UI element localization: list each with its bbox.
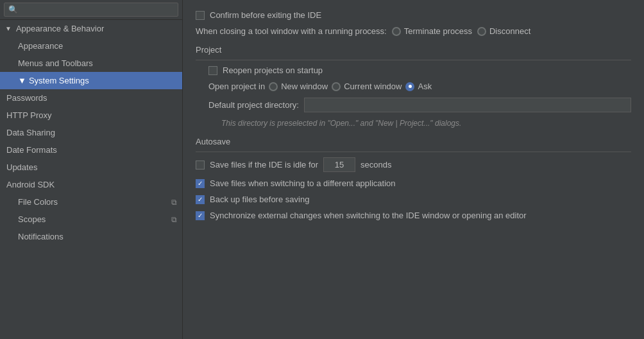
sidebar-item-file-colors[interactable]: File Colors ⧉ <box>0 193 182 211</box>
disconnect-radio[interactable] <box>477 27 486 36</box>
reopen-projects-checkbox[interactable] <box>208 66 217 75</box>
autosave-divider <box>196 152 631 152</box>
seconds-label: seconds <box>360 160 391 170</box>
terminate-process-label: Terminate process <box>404 26 472 36</box>
project-section-title: Project <box>196 45 631 55</box>
sidebar-label-appearance: Appearance <box>18 41 63 51</box>
default-directory-input[interactable] <box>304 98 631 112</box>
sidebar-item-android-sdk[interactable]: Android SDK <box>0 176 182 193</box>
backup-files-checkbox[interactable] <box>196 195 205 204</box>
save-idle-checkbox[interactable] <box>196 161 205 170</box>
sidebar-item-date-formats[interactable]: Date Formats <box>0 141 182 159</box>
ask-label: Ask <box>418 82 432 91</box>
ask-option[interactable]: Ask <box>405 82 432 91</box>
sidebar-label-menus-toolbars: Menus and Toolbars <box>18 58 93 68</box>
new-window-radio[interactable] <box>269 82 278 91</box>
expand-arrow-icon-system: ▼ <box>18 76 26 85</box>
search-input[interactable] <box>4 3 178 17</box>
sidebar-label-android-sdk: Android SDK <box>6 180 55 189</box>
copy-icon-scopes: ⧉ <box>171 215 177 224</box>
sidebar-label-scopes: Scopes <box>18 214 46 224</box>
terminate-process-radio[interactable] <box>392 27 401 36</box>
sidebar-item-passwords[interactable]: Passwords <box>0 89 182 107</box>
sidebar-item-data-sharing[interactable]: Data Sharing <box>0 124 182 141</box>
sidebar-item-appearance-behavior[interactable]: ▼ Appearance & Behavior <box>0 20 182 37</box>
main-content: Confirm before exiting the IDE When clos… <box>183 0 644 339</box>
sidebar-label-passwords: Passwords <box>6 93 47 103</box>
save-switching-checkbox[interactable] <box>196 179 205 188</box>
save-switching-row: Save files when switching to a different… <box>196 178 631 188</box>
synchronize-row: Synchronize external changes when switch… <box>196 211 631 220</box>
sidebar-item-menus-toolbars[interactable]: Menus and Toolbars <box>0 55 182 72</box>
open-project-row: Open project in New window Current windo… <box>208 82 631 91</box>
disconnect-option[interactable]: Disconnect <box>477 26 530 36</box>
reopen-projects-label: Reopen projects on startup <box>223 65 323 75</box>
backup-files-row: Back up files before saving <box>196 195 631 204</box>
project-settings: Reopen projects on startup Open project … <box>196 65 631 128</box>
default-directory-label: Default project directory: <box>208 100 299 110</box>
current-window-option[interactable]: Current window <box>332 82 402 91</box>
directory-hint-text: This directory is preselected in "Open..… <box>221 119 631 128</box>
sidebar-label-file-colors: File Colors <box>18 197 58 207</box>
save-switching-label: Save files when switching to a different… <box>210 178 396 188</box>
sidebar-item-system-settings[interactable]: ▼ System Settings <box>0 72 182 89</box>
synchronize-checkbox[interactable] <box>196 211 205 220</box>
new-window-option[interactable]: New window <box>269 82 328 91</box>
sidebar-label-date-formats: Date Formats <box>6 145 57 155</box>
closing-tool-window-label: When closing a tool window with a runnin… <box>196 26 387 36</box>
sidebar-label-http-proxy: HTTP Proxy <box>6 110 52 120</box>
sidebar-group: ▼ Appearance & Behavior Appearance Menus… <box>0 20 182 245</box>
open-project-in-label: Open project in <box>208 82 265 91</box>
terminate-process-option[interactable]: Terminate process <box>392 26 472 36</box>
sidebar-label-appearance-behavior: Appearance & Behavior <box>16 24 104 33</box>
current-window-radio[interactable] <box>332 82 341 91</box>
sidebar-item-updates[interactable]: Updates <box>0 159 182 176</box>
sidebar-item-http-proxy[interactable]: HTTP Proxy <box>0 107 182 124</box>
sidebar-label-system-settings: System Settings <box>29 76 89 85</box>
backup-files-label: Back up files before saving <box>210 195 309 204</box>
ask-radio[interactable] <box>405 82 414 91</box>
disconnect-label: Disconnect <box>489 26 530 36</box>
confirm-exit-checkbox[interactable] <box>196 11 205 20</box>
copy-icon: ⧉ <box>171 198 177 207</box>
expand-arrow-icon: ▼ <box>5 25 12 32</box>
sidebar-item-notifications[interactable]: Notifications <box>0 228 182 245</box>
sidebar-label-data-sharing: Data Sharing <box>6 128 55 137</box>
project-divider <box>196 60 631 60</box>
idle-seconds-input[interactable] <box>323 157 355 172</box>
closing-tool-window-row: When closing a tool window with a runnin… <box>196 26 631 36</box>
confirm-exit-row: Confirm before exiting the IDE <box>196 10 631 20</box>
default-directory-row: Default project directory: <box>208 98 631 112</box>
confirm-exit-label: Confirm before exiting the IDE <box>210 10 321 20</box>
sidebar-item-appearance[interactable]: Appearance <box>0 37 182 55</box>
reopen-projects-row: Reopen projects on startup <box>208 65 631 75</box>
save-idle-row: Save files if the IDE is idle for second… <box>196 157 631 172</box>
new-window-label: New window <box>281 82 328 91</box>
save-idle-label: Save files if the IDE is idle for <box>210 160 318 170</box>
synchronize-label: Synchronize external changes when switch… <box>210 211 527 220</box>
sidebar-label-updates: Updates <box>6 162 37 172</box>
sidebar-item-scopes[interactable]: Scopes ⧉ <box>0 211 182 228</box>
sidebar-label-notifications: Notifications <box>18 232 64 241</box>
search-area <box>0 0 182 20</box>
autosave-section-title: Autosave <box>196 137 631 146</box>
sidebar: ▼ Appearance & Behavior Appearance Menus… <box>0 0 183 339</box>
current-window-label: Current window <box>344 82 402 91</box>
